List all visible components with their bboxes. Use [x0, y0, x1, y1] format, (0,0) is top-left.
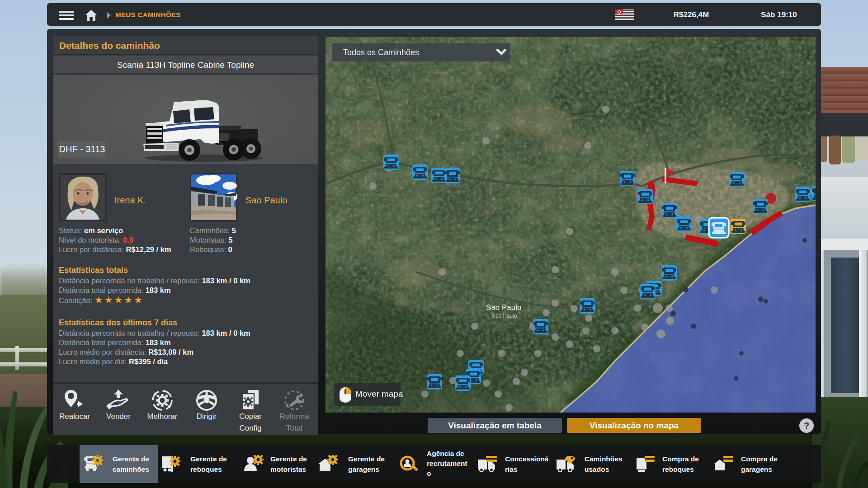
svg-text:São Paulo: São Paulo — [492, 313, 517, 319]
svg-text:Sao Paulo: Sao Paulo — [486, 303, 521, 312]
